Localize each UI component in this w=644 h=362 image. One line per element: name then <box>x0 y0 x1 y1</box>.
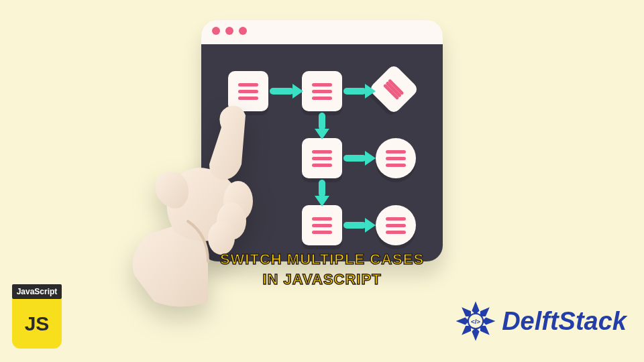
flow-node-diamond <box>368 64 419 115</box>
flow-node-circle <box>376 138 416 178</box>
javascript-badge-shield: JS <box>12 299 62 349</box>
svg-text:</>: </> <box>471 318 480 325</box>
caption-line-1: Switch Multiple Cases <box>220 251 424 267</box>
javascript-badge-label: JavaScript <box>12 284 62 299</box>
arrow-right-icon <box>343 155 366 162</box>
arrow-down-icon <box>319 113 325 130</box>
arrow-right-icon <box>343 88 366 95</box>
brand-name: DelftStack <box>502 307 627 336</box>
caption-line-2: in Javascript <box>262 271 381 288</box>
dot-icon <box>225 27 233 35</box>
window-traffic-lights <box>212 27 247 35</box>
dot-icon <box>239 27 247 35</box>
dot-icon <box>212 27 220 35</box>
arrow-right-icon <box>343 222 366 229</box>
javascript-badge: JavaScript JS <box>12 284 62 349</box>
brand-logo-lockup: </> DelftStack <box>452 298 627 345</box>
brand-mandala-icon: </> <box>452 298 499 345</box>
title-caption: Switch Multiple Cases in Javascript <box>0 249 644 289</box>
arrow-down-icon <box>319 180 325 197</box>
arrow-right-icon <box>270 88 294 95</box>
flow-node-circle <box>376 205 416 245</box>
